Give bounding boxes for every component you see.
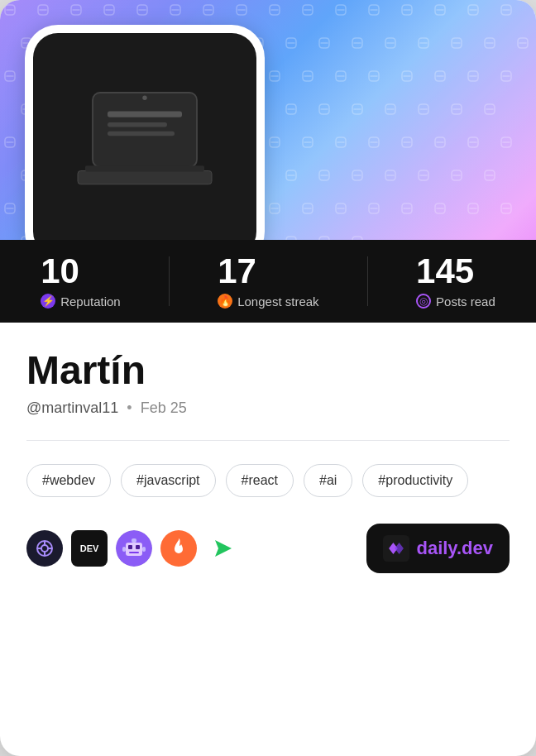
brand-suffix: .dev (457, 538, 493, 558)
avatar (33, 33, 256, 256)
footer-section: DEV (0, 524, 536, 600)
profile-card: 10 ⚡ Reputation 17 🔥 Longest streak 145 … (0, 0, 536, 756)
profile-section: Martín @martinval11 • Feb 25 (0, 323, 536, 441)
profile-join-date: Feb 25 (141, 400, 187, 417)
stat-streak: 17 🔥 Longest streak (218, 254, 318, 309)
streak-value: 17 (218, 254, 256, 289)
send-icon[interactable] (205, 530, 242, 567)
posts-label: ◎ Posts read (416, 294, 495, 309)
reputation-text: Reputation (60, 294, 121, 309)
streak-icon: 🔥 (218, 294, 232, 309)
stat-posts: 145 ◎ Posts read (416, 254, 495, 309)
svg-rect-16 (136, 545, 140, 549)
dev-icon[interactable]: DEV (71, 530, 108, 567)
svg-rect-2 (108, 112, 182, 117)
brand-badge: daily.dev (366, 524, 510, 573)
svg-rect-20 (142, 547, 146, 552)
svg-rect-14 (126, 543, 142, 556)
svg-rect-18 (132, 538, 136, 543)
svg-rect-17 (129, 552, 139, 553)
tags-section: #webdev #javascript #react #ai #producti… (0, 464, 536, 497)
svg-rect-4 (108, 132, 175, 136)
brand-prefix: daily (416, 538, 457, 558)
profile-name: Martín (26, 349, 510, 393)
svg-rect-19 (122, 547, 126, 552)
svg-rect-6 (85, 165, 204, 171)
streak-label: 🔥 Longest streak (218, 294, 318, 309)
meta-dot: • (127, 400, 132, 417)
streak-text: Longest streak (237, 294, 318, 309)
svg-rect-3 (108, 122, 167, 127)
tag-react[interactable]: #react (226, 464, 294, 497)
svg-rect-0 (93, 93, 197, 167)
reputation-label: ⚡ Reputation (41, 294, 121, 309)
robot-icon[interactable] (116, 530, 152, 567)
svg-marker-21 (215, 540, 232, 557)
avatar-image (70, 83, 219, 207)
tag-webdev[interactable]: #webdev (26, 464, 111, 497)
reputation-icon: ⚡ (41, 294, 55, 309)
profile-divider (26, 440, 510, 441)
brand-logo-icon (383, 535, 409, 562)
stats-bar: 10 ⚡ Reputation 17 🔥 Longest streak 145 … (0, 240, 536, 323)
svg-point-8 (41, 545, 48, 552)
stat-divider-2 (367, 256, 368, 306)
posts-value: 145 (416, 254, 474, 289)
posts-icon: ◎ (416, 294, 431, 309)
tag-productivity[interactable]: #productivity (362, 464, 468, 497)
social-icons: DEV (26, 530, 242, 567)
svg-rect-15 (128, 545, 132, 549)
stat-reputation: 10 ⚡ Reputation (41, 254, 121, 309)
tag-ai[interactable]: #ai (304, 464, 352, 497)
brand-name: daily.dev (416, 538, 493, 559)
reputation-value: 10 (41, 254, 79, 289)
profile-username: @martinval11 (26, 400, 118, 417)
profile-meta: @martinval11 • Feb 25 (26, 400, 510, 417)
svg-point-1 (142, 96, 146, 100)
hero-section: 10 ⚡ Reputation 17 🔥 Longest streak 145 … (0, 0, 536, 323)
svg-rect-5 (78, 171, 212, 184)
tag-javascript[interactable]: #javascript (121, 464, 215, 497)
posts-text: Posts read (436, 294, 495, 309)
avatar-wrapper (25, 25, 265, 265)
crosshair-icon[interactable] (26, 530, 63, 567)
flame-icon[interactable] (160, 530, 197, 567)
stat-divider-1 (169, 256, 170, 306)
